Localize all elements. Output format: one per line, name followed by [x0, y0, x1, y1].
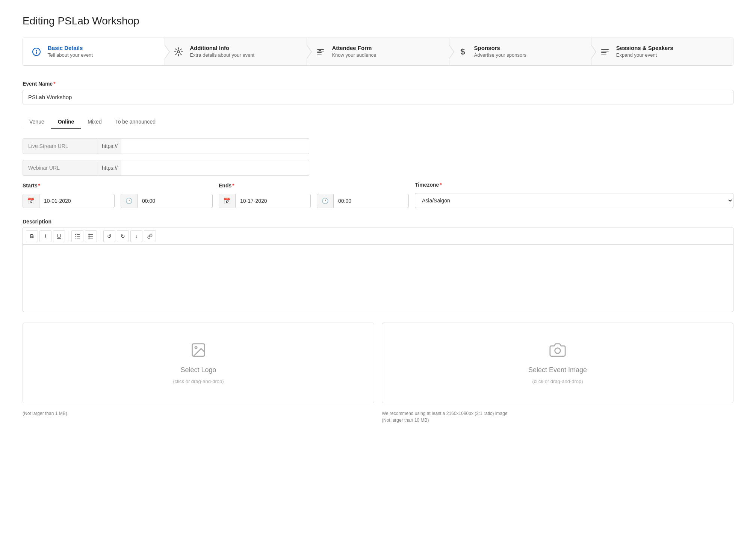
toolbar-unordered-list-button[interactable]	[85, 230, 97, 242]
event-image-upload-subtitle: (click or drag-and-drop)	[532, 379, 583, 384]
live-stream-url-row: Live Stream URL https://	[23, 138, 733, 154]
sponsors-icon: $	[457, 47, 469, 57]
svg-point-27	[555, 348, 561, 354]
event-name-required: *	[53, 81, 55, 87]
event-image-upload-box[interactable]: Select Event Image (click or drag-and-dr…	[382, 323, 733, 403]
toolbar-divider-1	[68, 231, 68, 241]
description-label: Description	[23, 219, 733, 225]
wizard-step-basic-details[interactable]: Basic Details Tell about your event	[23, 38, 165, 65]
sponsors-title: Sponsors	[474, 45, 526, 51]
ends-date-wrapper: 📅	[219, 194, 311, 208]
webinar-url-label: Webinar URL	[23, 160, 98, 176]
timezone-group: Timezone* Asia/Saigon UTC America/New_Yo…	[415, 182, 733, 208]
live-stream-url-prefix: https://	[98, 138, 121, 154]
starts-time-group: 🕐	[121, 194, 213, 208]
toolbar-redo-button[interactable]: ↻	[117, 230, 129, 242]
starts-time-input[interactable]	[138, 195, 212, 207]
tab-online[interactable]: Online	[51, 115, 81, 129]
wizard-steps: Basic Details Tell about your event Addi…	[23, 38, 733, 66]
wizard-step-sessions-speakers[interactable]: Sessions & Speakers Expand your event	[591, 38, 733, 65]
logo-upload-icon	[190, 342, 207, 362]
attendee-form-subtitle: Know your audience	[332, 52, 376, 59]
live-stream-url-input[interactable]	[121, 138, 309, 154]
toolbar-bold-button[interactable]: B	[26, 230, 38, 242]
sessions-speakers-subtitle: Expand your event	[616, 52, 673, 59]
location-tabs: Venue Online Mixed To be announced	[23, 115, 733, 129]
logo-upload-box[interactable]: Select Logo (click or drag-and-drop)	[23, 323, 374, 403]
logo-upload-title: Select Logo	[180, 366, 216, 374]
event-image-upload-icon	[549, 342, 566, 362]
svg-point-19	[89, 234, 89, 235]
sessions-speakers-title: Sessions & Speakers	[616, 45, 673, 51]
svg-point-21	[89, 236, 89, 237]
live-stream-url-label: Live Stream URL	[23, 138, 98, 154]
additional-info-title: Additional Info	[190, 45, 254, 51]
toolbar-italic-button[interactable]: I	[39, 230, 51, 242]
basic-details-title: Basic Details	[48, 45, 93, 51]
toolbar-ordered-list-button[interactable]	[71, 230, 83, 242]
timezone-label: Timezone*	[415, 182, 733, 188]
wizard-step-sponsors[interactable]: $ Sponsors Advertise your sponsors	[449, 38, 591, 65]
svg-point-23	[89, 238, 89, 238]
starts-time-wrapper: 🕐	[121, 194, 213, 208]
tab-to-be-announced[interactable]: To be announced	[109, 115, 162, 129]
logo-upload-hint: (Not larger than 1 MB)	[23, 410, 374, 417]
starts-group: Starts* 📅	[23, 183, 115, 208]
starts-date-input[interactable]	[39, 195, 114, 207]
basic-details-icon	[30, 47, 42, 56]
starts-time-icon: 🕐	[121, 194, 138, 208]
event-image-upload-hint: We recommend using at least a 2160x1080p…	[382, 410, 733, 424]
sponsors-subtitle: Advertise your sponsors	[474, 52, 526, 59]
webinar-url-prefix: https://	[98, 160, 121, 176]
svg-point-3	[177, 51, 180, 53]
sessions-speakers-icon	[599, 47, 611, 56]
tab-mixed[interactable]: Mixed	[81, 115, 108, 129]
toolbar-underline-button[interactable]: U	[53, 230, 65, 242]
svg-rect-8	[319, 50, 321, 51]
ends-label: Ends*	[219, 183, 311, 189]
wizard-step-attendee-form[interactable]: Attendee Form Know your audience	[307, 38, 449, 65]
ends-time-input[interactable]	[334, 195, 408, 207]
webinar-url-input[interactable]	[121, 160, 309, 176]
toolbar-divider-2	[100, 231, 100, 241]
ends-time-group: 🕐	[317, 194, 409, 208]
additional-info-subtitle: Extra details about your event	[190, 52, 254, 59]
starts-label: Starts*	[23, 183, 115, 189]
ends-date-input[interactable]	[236, 195, 310, 207]
event-name-input[interactable]	[23, 90, 733, 104]
event-name-section: Event Name*	[23, 81, 733, 104]
upload-row: Select Logo (click or drag-and-drop) Sel…	[23, 323, 733, 403]
logo-upload-subtitle: (click or drag-and-drop)	[173, 379, 224, 384]
additional-info-icon	[172, 47, 184, 56]
toolbar-undo-button[interactable]: ↺	[103, 230, 115, 242]
event-image-upload-title: Select Event Image	[528, 366, 587, 374]
toolbar-indent-button[interactable]: ↓	[130, 230, 142, 242]
svg-point-26	[195, 347, 197, 349]
page-title: Editing PSLab Workshop	[23, 15, 733, 27]
upload-hints: (Not larger than 1 MB) We recommend usin…	[23, 408, 733, 424]
starts-date-wrapper: 📅	[23, 194, 115, 208]
ends-time-wrapper: 🕐	[317, 194, 409, 208]
ends-group: Ends* 📅	[219, 183, 311, 208]
ends-date-icon: 📅	[219, 194, 236, 208]
editor-toolbar: B I U ↺ ↻ ↓	[23, 228, 733, 244]
event-name-label: Event Name*	[23, 81, 733, 87]
basic-details-subtitle: Tell about your event	[48, 52, 93, 59]
starts-date-icon: 📅	[23, 194, 39, 208]
webinar-url-row: Webinar URL https://	[23, 160, 733, 176]
tab-venue[interactable]: Venue	[23, 115, 51, 129]
wizard-step-additional-info[interactable]: Additional Info Extra details about your…	[165, 38, 307, 65]
attendee-form-icon	[314, 47, 327, 56]
ends-time-icon: 🕐	[317, 194, 334, 208]
timezone-select[interactable]: Asia/Saigon UTC America/New_York	[415, 193, 733, 208]
description-section: Description B I U	[23, 219, 733, 312]
datetime-row: Starts* 📅 🕐 Ends* 📅 🕐 Timezone*	[23, 182, 733, 208]
attendee-form-title: Attendee Form	[332, 45, 376, 51]
description-editor[interactable]	[23, 244, 733, 312]
toolbar-link-button[interactable]	[144, 230, 156, 242]
